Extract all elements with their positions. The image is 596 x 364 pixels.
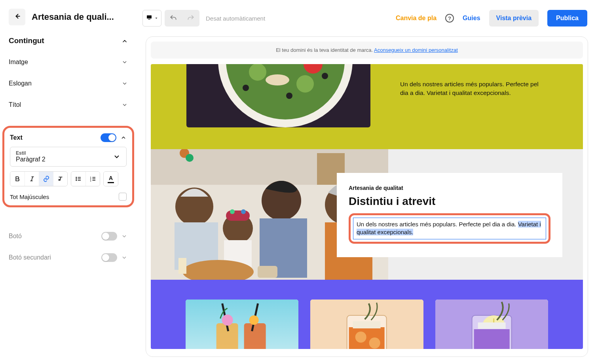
svg-point-25 (266, 74, 289, 85)
undo-button[interactable] (165, 10, 182, 27)
numbered-list-button[interactable]: 123 (85, 172, 100, 186)
salad-image (186, 64, 370, 127)
domain-banner: El teu domini és la teva identitat de ma… (151, 42, 583, 59)
row-boto[interactable]: Botó (9, 226, 127, 247)
chevron-down-icon (121, 102, 128, 108)
card-eyebrow: Artesania de qualitat (349, 185, 550, 191)
all-caps-label: Tot Majúscules (10, 193, 49, 200)
clear-format-button[interactable] (53, 172, 67, 186)
section-purple (151, 280, 583, 349)
panel-title: Artesania de quali... (32, 12, 128, 22)
row-label: Botó secundari (9, 254, 51, 261)
svg-rect-63 (353, 321, 381, 328)
svg-point-27 (322, 73, 328, 79)
drink-card-2 (310, 300, 423, 349)
change-plan-link[interactable]: Canvia de pla (396, 15, 437, 22)
card-text-plain: Un dels nostres articles més populars. P… (357, 221, 518, 228)
svg-rect-15 (147, 15, 152, 19)
row-boto-secundari[interactable]: Botó secundari (9, 247, 127, 268)
svg-point-62 (369, 337, 380, 349)
chevron-down-icon (121, 254, 127, 261)
content-card: Artesania de qualitat Distintiu i atrevi… (337, 173, 562, 257)
desktop-icon (146, 14, 153, 22)
caret-down-icon (154, 15, 158, 22)
svg-point-5 (76, 180, 77, 181)
svg-point-28 (286, 93, 292, 99)
site-preview[interactable]: Un dels nostres articles més populars. P… (151, 64, 583, 349)
below-highlight-rows: Botó Botó secundari (9, 226, 127, 268)
card-text-editable[interactable]: Un dels nostres articles més populars. P… (353, 218, 546, 239)
svg-point-24 (296, 75, 314, 93)
svg-rect-48 (178, 258, 186, 274)
section-family: Artesania de qualitat Distintiu i atrevi… (151, 149, 583, 280)
all-caps-checkbox[interactable] (119, 193, 127, 201)
chevron-down-icon (121, 233, 127, 239)
text-editor-highlight: Text Estil Paràgraf 2 123 A Tot Majúscul… (2, 126, 134, 207)
row-label: Text (10, 134, 23, 141)
banner-text: El teu domini és la teva identitat de ma… (276, 47, 374, 53)
help-icon[interactable]: ? (445, 14, 454, 23)
style-value: Paràgraf 2 (16, 156, 46, 163)
back-button[interactable] (9, 9, 25, 25)
svg-rect-39 (226, 210, 250, 221)
svg-rect-66 (474, 329, 509, 349)
text-toggle[interactable] (101, 133, 116, 142)
canvas-frame: El teu domini és la teva identitat de ma… (146, 36, 588, 357)
row-label: Títol (9, 101, 21, 108)
svg-point-35 (186, 154, 194, 162)
chevron-up-icon (121, 38, 128, 44)
preview-button[interactable]: Vista prèvia (489, 10, 539, 27)
svg-point-40 (230, 209, 235, 214)
svg-text:3: 3 (90, 180, 91, 182)
section-contingut[interactable]: Contingut (9, 36, 128, 45)
row-label: Imatge (9, 59, 28, 66)
boto-sec-toggle[interactable] (101, 253, 117, 262)
svg-rect-50 (186, 300, 298, 349)
row-label: Eslogan (9, 80, 32, 87)
svg-point-23 (249, 64, 266, 81)
svg-rect-53 (244, 323, 266, 349)
boto-toggle[interactable] (101, 232, 117, 241)
chevron-down-icon (121, 80, 128, 87)
style-select[interactable]: Estil Paràgraf 2 (10, 147, 127, 167)
banner-link[interactable]: Aconsegueix un domini personalitzat (374, 47, 458, 53)
svg-point-4 (76, 178, 77, 179)
text-color-button[interactable]: A (104, 172, 118, 186)
row-text[interactable]: Text (10, 132, 127, 144)
svg-rect-49 (258, 266, 277, 278)
svg-point-41 (241, 209, 246, 214)
topbar: Desat automàticament Canvia de pla ? Gui… (142, 7, 587, 29)
row-titol[interactable]: Títol (9, 94, 128, 116)
svg-point-56 (222, 315, 233, 326)
row-label: Botó (9, 233, 22, 240)
svg-rect-68 (478, 322, 505, 329)
svg-point-3 (76, 177, 77, 178)
svg-point-61 (355, 332, 366, 343)
chevron-down-icon (113, 153, 121, 161)
style-label: Estil (16, 150, 46, 156)
guides-link[interactable]: Guies (463, 15, 480, 22)
history-group (165, 10, 199, 27)
arrow-left-icon (13, 12, 21, 22)
section-label: Contingut (9, 36, 44, 45)
redo-button[interactable] (182, 10, 199, 27)
row-imatge[interactable]: Imatge (9, 51, 128, 73)
bold-button[interactable] (10, 172, 25, 186)
drink-card-1 (186, 300, 298, 349)
bullet-list-button[interactable] (71, 172, 85, 186)
all-caps-row: Tot Majúscules (10, 193, 127, 201)
card-text-highlight: Un dels nostres articles més populars. P… (349, 213, 550, 244)
chevron-down-icon (121, 59, 128, 65)
publish-button[interactable]: Publica (547, 10, 587, 27)
section-yellow: Un dels nostres articles més populars. P… (151, 64, 583, 149)
chevron-up-icon (120, 135, 127, 141)
yellow-text: Un dels nostres articles més populars. P… (400, 80, 547, 98)
svg-rect-16 (148, 19, 150, 19)
row-eslogan[interactable]: Eslogan (9, 73, 128, 94)
svg-point-26 (243, 85, 249, 91)
drink-card-3 (435, 300, 548, 349)
device-selector[interactable] (142, 10, 161, 27)
italic-button[interactable] (25, 172, 39, 186)
autosave-status: Desat automàticament (206, 15, 265, 22)
link-button[interactable] (39, 172, 53, 186)
